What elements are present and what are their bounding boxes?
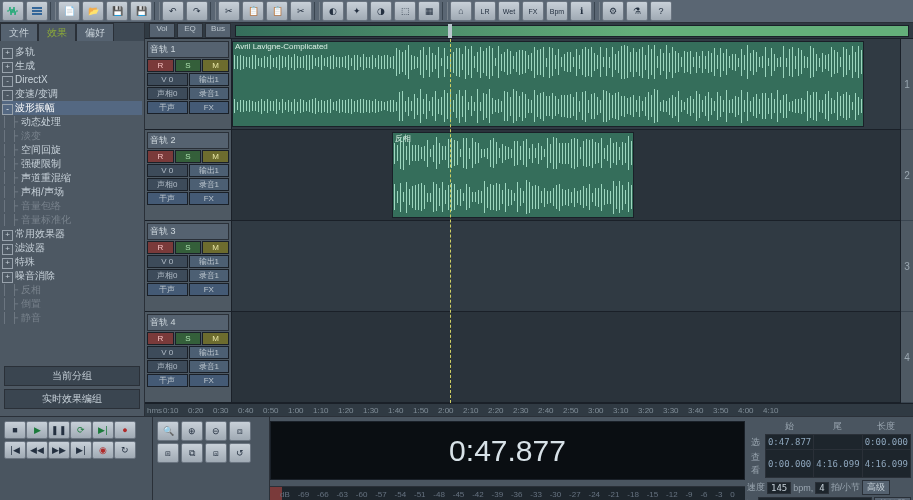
output-chip[interactable]: 输出1 <box>189 346 230 359</box>
tempo-value[interactable]: 145 <box>767 482 791 494</box>
tree-item[interactable]: │ ├ 音量包络 <box>2 199 142 213</box>
record-arm-chip[interactable]: R <box>147 332 174 345</box>
master-bus-button[interactable]: Bus <box>205 23 231 38</box>
btn-bpm-icon[interactable]: Bpm <box>546 1 568 21</box>
zoom-reset-icon[interactable]: ↺ <box>229 443 251 463</box>
audio-clip[interactable]: Avril Lavigne-Complicated <box>232 41 864 127</box>
stop-button[interactable]: ■ <box>4 421 26 439</box>
tool-1-icon[interactable]: ◐ <box>322 1 344 21</box>
rec-src-chip[interactable]: 录音1 <box>189 87 230 100</box>
open-file-icon[interactable]: 📂 <box>82 1 104 21</box>
rec-src-chip[interactable]: 录音1 <box>189 178 230 191</box>
zoom-out-icon[interactable]: ⊖ <box>205 421 227 441</box>
play-button[interactable]: ▶ <box>26 421 48 439</box>
play-sel-button[interactable]: ▶| <box>92 421 114 439</box>
track-lane[interactable] <box>232 221 900 312</box>
zoom-full-icon[interactable]: ⧈ <box>229 421 251 441</box>
tree-item[interactable]: │ ├ 声道重混缩 <box>2 171 142 185</box>
sel-end[interactable] <box>814 435 862 450</box>
save-all-icon[interactable]: 💾 <box>130 1 152 21</box>
tree-item[interactable]: +多轨 <box>2 45 142 59</box>
copy-icon[interactable]: ✂ <box>218 1 240 21</box>
view-end[interactable]: 4:16.099 <box>814 450 862 478</box>
track-title[interactable]: 音轨 2 <box>147 132 229 149</box>
loop-button[interactable]: ↻ <box>114 441 136 459</box>
track-lanes[interactable]: Avril Lavigne-Complicated反相 <box>232 39 900 403</box>
save-icon[interactable]: 💾 <box>106 1 128 21</box>
dry-chip[interactable]: 干声 <box>147 192 188 205</box>
tree-item[interactable]: +生成 <box>2 59 142 73</box>
rec-src-chip[interactable]: 录音1 <box>189 269 230 282</box>
dry-chip[interactable]: 干声 <box>147 374 188 387</box>
solo-chip[interactable]: S <box>175 59 202 72</box>
effects-tree[interactable]: +多轨+生成-DirectX-变速/变调-波形振幅│ ├ 动态处理│ ├ 淡变│… <box>0 41 144 362</box>
tree-item[interactable]: │ ├ 空间回旋 <box>2 143 142 157</box>
tool-2-icon[interactable]: ✦ <box>346 1 368 21</box>
go-start-button[interactable]: |◀ <box>4 441 26 459</box>
track-lane[interactable] <box>232 312 900 403</box>
btn-lr-icon[interactable]: LR <box>474 1 496 21</box>
zoom-in-right-icon[interactable]: ⧇ <box>205 443 227 463</box>
solo-chip[interactable]: S <box>175 150 202 163</box>
btn-wet-icon[interactable]: Wet <box>498 1 520 21</box>
zoom-in-icon[interactable]: ⊕ <box>181 421 203 441</box>
output-chip[interactable]: 输出1 <box>189 73 230 86</box>
dry-chip[interactable]: 干声 <box>147 101 188 114</box>
sel-begin[interactable]: 0:47.877 <box>765 435 813 450</box>
multitrack-view-icon[interactable] <box>26 1 48 21</box>
record-arm-button[interactable]: ◉ <box>92 441 114 459</box>
waveform-view-icon[interactable] <box>2 1 24 21</box>
tool-3-icon[interactable]: ◑ <box>370 1 392 21</box>
realtime-fx-group-button[interactable]: 实时效果编组 <box>4 389 140 409</box>
volume-chip[interactable]: V 0 <box>147 164 188 177</box>
tree-item[interactable]: │ ├ 倒置 <box>2 297 142 311</box>
advanced-button[interactable]: 高级 <box>862 480 890 495</box>
record-arm-chip[interactable]: R <box>147 150 174 163</box>
record-button[interactable]: ● <box>114 421 136 439</box>
master-eq-button[interactable]: EQ <box>177 23 203 38</box>
track-title[interactable]: 音轨 1 <box>147 41 229 58</box>
tree-item[interactable]: │ ├ 反相 <box>2 283 142 297</box>
redo-icon[interactable]: ↷ <box>186 1 208 21</box>
tree-item[interactable]: +噪音消除 <box>2 269 142 283</box>
tree-item[interactable]: │ ├ 静音 <box>2 311 142 325</box>
fx-chip[interactable]: FX <box>189 283 230 296</box>
play-loop-button[interactable]: ⟳ <box>70 421 92 439</box>
btn-info-icon[interactable]: ℹ <box>570 1 592 21</box>
master-vol-button[interactable]: Vol <box>149 23 175 38</box>
mute-chip[interactable]: M <box>202 241 229 254</box>
settings-icon[interactable]: ⚙ <box>602 1 624 21</box>
tab-file[interactable]: 文件 <box>0 23 38 41</box>
undo-icon[interactable]: ↶ <box>162 1 184 21</box>
tree-item[interactable]: -变速/变调 <box>2 87 142 101</box>
zoom-tool-icon[interactable]: 🔍 <box>157 421 179 441</box>
pan-chip[interactable]: 声相0 <box>147 178 188 191</box>
tab-effects[interactable]: 效果 <box>38 23 76 41</box>
zoom-in-left-icon[interactable]: ⧉ <box>181 443 203 463</box>
beats-value[interactable]: 4 <box>815 482 828 494</box>
tree-item[interactable]: │ ├ 音量标准化 <box>2 213 142 227</box>
pan-chip[interactable]: 声相0 <box>147 269 188 282</box>
master-timeline[interactable] <box>235 25 909 37</box>
record-arm-chip[interactable]: R <box>147 59 174 72</box>
volume-chip[interactable]: V 0 <box>147 346 188 359</box>
tab-favorites[interactable]: 偏好 <box>76 23 114 41</box>
pause-button[interactable]: ❚❚ <box>48 421 70 439</box>
forward-button[interactable]: ▶▶ <box>48 441 70 459</box>
track-title[interactable]: 音轨 3 <box>147 223 229 240</box>
output-chip[interactable]: 输出1 <box>189 164 230 177</box>
panel-1-icon[interactable]: ⌂ <box>450 1 472 21</box>
new-file-icon[interactable]: 📄 <box>58 1 80 21</box>
mute-chip[interactable]: M <box>202 59 229 72</box>
sel-length[interactable]: 0:00.000 <box>862 435 910 450</box>
tree-item[interactable]: -DirectX <box>2 73 142 87</box>
track-lane[interactable]: 反相 <box>232 130 900 221</box>
trim-icon[interactable]: ✂ <box>290 1 312 21</box>
help-icon[interactable]: ? <box>650 1 672 21</box>
view-length[interactable]: 4:16.099 <box>862 450 910 478</box>
record-arm-chip[interactable]: R <box>147 241 174 254</box>
go-end-button[interactable]: ▶| <box>70 441 92 459</box>
mute-chip[interactable]: M <box>202 332 229 345</box>
volume-chip[interactable]: V 0 <box>147 73 188 86</box>
mix-paste-icon[interactable]: 📋 <box>266 1 288 21</box>
